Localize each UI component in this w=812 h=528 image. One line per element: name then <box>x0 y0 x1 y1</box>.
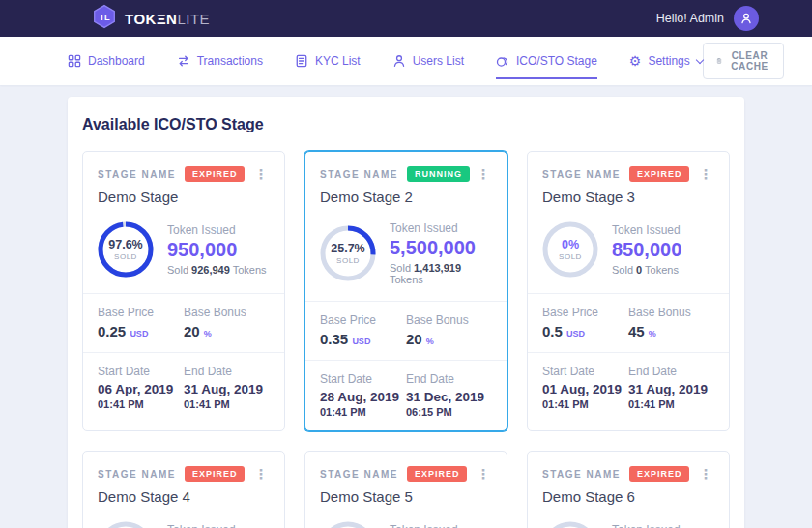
token-issued-label: Token Issued <box>167 223 267 237</box>
sold-progress-ring: 25.7% SOLD <box>320 225 376 281</box>
svg-text:TL: TL <box>99 13 110 22</box>
clear-cache-button[interactable]: CLEAR CACHE <box>703 43 785 79</box>
token-issued-value: 850,000 <box>612 239 682 261</box>
stage-card[interactable]: STAGE NAME RUNNING ⋮ Demo Stage 2 25.7% … <box>304 151 508 431</box>
clear-cache-icon <box>716 55 722 67</box>
kebab-menu-icon[interactable]: ⋮ <box>252 167 270 181</box>
nav-item-users-list[interactable]: Users List <box>392 54 464 68</box>
stage-card[interactable]: STAGE NAME EXPIRED ⋮ Demo Stage 4 0% SOL… <box>82 451 285 528</box>
card-head: STAGE NAME EXPIRED ⋮ Demo Stage 3 <box>528 152 729 216</box>
nav-label: ICO/STO Stage <box>516 54 597 68</box>
kebab-menu-icon[interactable]: ⋮ <box>252 467 270 481</box>
brand-logo-icon: TL <box>92 4 117 33</box>
stage-card[interactable]: STAGE NAME EXPIRED ⋮ Demo Stage 6 0% SOL… <box>527 451 730 528</box>
end-date-label: End Date <box>406 372 492 386</box>
stage-name-label: STAGE NAME <box>98 469 176 480</box>
card-head: STAGE NAME EXPIRED ⋮ Demo Stage <box>83 152 284 216</box>
stage-title: Demo Stage 6 <box>542 488 714 505</box>
users-list-icon <box>392 54 406 68</box>
nav-item-dashboard[interactable]: Dashboard <box>68 54 145 68</box>
end-time-value: 06:15 PM <box>406 406 492 418</box>
price-unit: USD <box>130 329 148 338</box>
token-section: 0% SOLD Token Issued 850,000 Sold 0 Toke… <box>83 515 284 528</box>
stage-title: Demo Stage <box>98 189 270 205</box>
bonus-unit: % <box>204 329 212 338</box>
nav-label: Dashboard <box>88 54 145 68</box>
token-section: 0% SOLD Token Issued 850,000 Sold 0 Toke… <box>528 515 729 528</box>
stage-title: Demo Stage 4 <box>98 488 270 505</box>
sold-label: SOLD <box>114 252 137 261</box>
price-bonus-row: Base Price 0.35 USD Base Bonus 20 % <box>305 301 507 360</box>
transactions-icon <box>177 54 190 68</box>
nav-label: KYC List <box>315 54 361 68</box>
token-issued-value: 950,000 <box>167 239 267 261</box>
navbar: Dashboard Transactions KYC List Users Li… <box>0 37 812 85</box>
start-date-value: 06 Apr, 2019 <box>98 382 184 396</box>
sold-tokens-line: Sold 926,949 Tokens <box>167 264 267 276</box>
price-unit: USD <box>352 337 370 346</box>
start-time-value: 01:41 PM <box>320 406 406 418</box>
end-date-value: 31 Dec, 2019 <box>406 390 492 404</box>
topbar: TL TOKΞNLITE Hello! Admin <box>0 0 812 37</box>
sold-percent: 97.6% <box>108 238 142 251</box>
nav-item-transactions[interactable]: Transactions <box>177 54 263 68</box>
start-date-value: 01 Aug, 2019 <box>542 382 628 396</box>
stage-title: Demo Stage 2 <box>320 189 492 205</box>
sold-progress-ring: 0% SOLD <box>98 521 154 528</box>
token-section: 0% SOLD Token Issued 850,000 Sold 0 Toke… <box>528 216 729 293</box>
sold-tokens-value: 926,949 <box>191 264 230 276</box>
nav-label: Transactions <box>197 54 263 68</box>
base-bonus-value: 20 % <box>184 323 270 339</box>
content-panel: Available ICO/STO Stage STAGE NAME EXPIR… <box>68 97 744 528</box>
nav-label: Settings <box>648 54 689 68</box>
nav-item-settings[interactable]: ⚙ Settings <box>629 54 703 68</box>
base-price-label: Base Price <box>98 306 184 319</box>
stage-card[interactable]: STAGE NAME EXPIRED ⋮ Demo Stage 97.6% SO… <box>82 151 285 431</box>
sold-label: SOLD <box>559 252 582 261</box>
base-bonus-value: 45 % <box>628 323 714 339</box>
gear-icon: ⚙ <box>629 54 642 68</box>
token-section: 97.6% SOLD Token Issued 950,000 Sold 926… <box>83 216 284 293</box>
dashboard-icon <box>68 54 81 68</box>
base-bonus-label: Base Bonus <box>184 306 270 319</box>
start-time-value: 01:41 PM <box>542 398 628 410</box>
status-badge: EXPIRED <box>629 466 690 482</box>
end-time-value: 01:41 PM <box>184 398 270 410</box>
ico-sto-stage-icon <box>496 54 509 68</box>
start-date-label: Start Date <box>98 365 184 378</box>
nav-item-kyc-list[interactable]: KYC List <box>295 54 361 68</box>
base-price-label: Base Price <box>320 313 406 327</box>
base-price-label: Base Price <box>542 306 628 319</box>
base-price-value: 0.5 USD <box>542 323 628 339</box>
bonus-unit: % <box>426 337 434 346</box>
stage-name-label: STAGE NAME <box>320 469 398 480</box>
user-greeting: Hello! Admin <box>656 12 724 25</box>
avatar[interactable] <box>734 6 759 31</box>
price-bonus-row: Base Price 0.25 USD Base Bonus 20 % <box>83 293 284 352</box>
stage-card[interactable]: STAGE NAME EXPIRED ⋮ Demo Stage 5 0% SOL… <box>304 451 508 528</box>
stage-name-label: STAGE NAME <box>542 169 621 180</box>
kyc-list-icon <box>295 54 308 68</box>
stage-card[interactable]: STAGE NAME EXPIRED ⋮ Demo Stage 3 0% SOL… <box>527 151 730 431</box>
card-head: STAGE NAME RUNNING ⋮ Demo Stage 2 <box>305 152 507 216</box>
nav-label: Users List <box>413 54 464 68</box>
stage-grid: STAGE NAME EXPIRED ⋮ Demo Stage 97.6% SO… <box>82 151 730 528</box>
nav-item-ico-sto-stage[interactable]: ICO/STO Stage <box>496 54 597 68</box>
end-date-value: 31 Aug, 2019 <box>184 382 270 396</box>
page-title: Available ICO/STO Stage <box>82 116 730 133</box>
kebab-menu-icon[interactable]: ⋮ <box>697 467 714 481</box>
token-issued-value: 5,500,000 <box>390 237 492 259</box>
stage-name-label: STAGE NAME <box>98 169 176 180</box>
token-issued-label: Token Issued <box>612 523 682 528</box>
start-date-label: Start Date <box>320 372 406 386</box>
token-section: 0% SOLD Token Issued 850,000 Sold 0 Toke… <box>305 515 507 528</box>
kebab-menu-icon[interactable]: ⋮ <box>697 167 714 181</box>
status-badge: EXPIRED <box>185 166 246 182</box>
kebab-menu-icon[interactable]: ⋮ <box>475 167 492 181</box>
brand-logo[interactable]: TL TOKΞNLITE <box>92 4 210 33</box>
card-head: STAGE NAME EXPIRED ⋮ Demo Stage 5 <box>305 452 507 515</box>
kebab-menu-icon[interactable]: ⋮ <box>475 467 492 481</box>
card-head: STAGE NAME EXPIRED ⋮ Demo Stage 4 <box>83 452 284 515</box>
chevron-down-icon <box>695 55 703 63</box>
price-bonus-row: Base Price 0.5 USD Base Bonus 45 % <box>528 293 729 352</box>
